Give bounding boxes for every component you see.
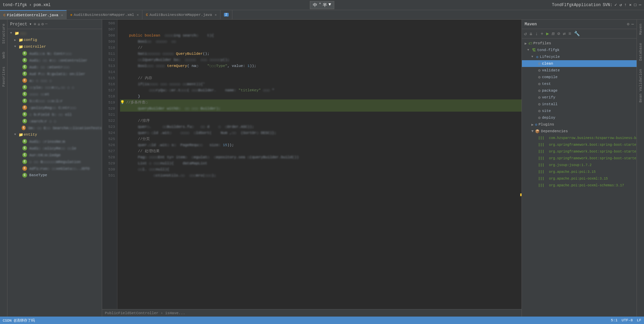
- code-513-pre: Bool◌◌◌ ◌◌◌◌: [120, 63, 167, 69]
- maven-run-btn[interactable]: ▶: [546, 31, 550, 37]
- tree-entity-4[interactable]: C ◌ ◌◌ B◌◌◌◌◌◌mRegulation: [7, 158, 102, 165]
- line-num-511: 511: [102, 51, 115, 57]
- tree-entity-3[interactable]: C Aur◌tK◌o◌ledge: [7, 152, 102, 158]
- settings-icon[interactable]: ⚙: [41, 22, 44, 27]
- tab-close-2[interactable]: ✕: [137, 13, 139, 17]
- code-line-511: Nati◌◌◌◌◌◌ ◌◌◌◌◌ QueryBuilder ();: [120, 51, 522, 57]
- entity-class-3: Aur◌tK◌o◌ledge: [29, 153, 61, 157]
- maven-project-item[interactable]: ▼ 🏗 tond-flfgk: [522, 47, 637, 53]
- maven-wrench-btn[interactable]: 🔧: [573, 31, 580, 37]
- line-num-525: 525: [102, 136, 115, 142]
- tree-class-4[interactable]: C Aud P◌◌ R◌gulati◌ on◌ller: [7, 70, 102, 77]
- maven-package[interactable]: ⚙ package: [522, 87, 637, 94]
- minimize-icon[interactable]: —: [45, 22, 47, 27]
- class-icon-3: C: [22, 65, 27, 69]
- tree-class-7[interactable]: C ◌◌◌◌ ◌◌et: [7, 91, 102, 97]
- tab-close-1[interactable]: ✕: [61, 13, 63, 17]
- code-line-526: quer.◌ld .wit◌ s◌ PageRequ◌◌ size: 15 ))…: [120, 142, 522, 148]
- tree-controller-label: controller: [24, 45, 46, 49]
- maven-dep-3[interactable]: ||| org.springframework.boot:spring-boot…: [522, 148, 637, 155]
- tab-number[interactable]: 2: [221, 10, 232, 19]
- tree-class-10[interactable]: C ◌ b◌Field S◌ ◌◌ oll: [7, 111, 102, 118]
- maven-settings-icon[interactable]: ⚙: [627, 22, 629, 27]
- maven-dep-7[interactable]: ||| org.apache.poi:poi-ooxml:3.15: [522, 175, 637, 182]
- code-513-p1: ( na◌: [187, 63, 207, 69]
- maven-deps-header[interactable]: ▼ 📦 Dependencies: [522, 128, 637, 135]
- dep5-label: org.jsoup:jsoup:1.7.2: [549, 163, 592, 167]
- maven-m-btn[interactable]: m: [551, 31, 555, 37]
- tree-config[interactable]: ▶ 📁 config: [7, 37, 102, 43]
- tree-parent-folder[interactable]: ▼ 📁 ◌◌◌: [7, 30, 102, 37]
- web-tab[interactable]: Web: [1, 49, 6, 61]
- arrow-spacer-4: [18, 72, 22, 75]
- arrow-spacer-11: [18, 119, 22, 123]
- deploy-gear-icon: ⚙: [538, 115, 540, 120]
- tab-audit-mapper-xml[interactable]: ◈ AuditBusinessNormMapper.xml ✕: [67, 10, 142, 19]
- database-side-tab[interactable]: Database: [638, 40, 643, 64]
- tab-fieldset-controller[interactable]: C FieldSetController.java ✕: [0, 10, 67, 19]
- entity-class-icon-5: C: [22, 166, 27, 171]
- tree-entity-5[interactable]: C Adfi◌ruo◌ ◌◌xeGlatu◌◌..JDTO: [7, 165, 102, 172]
- tab-audit-mapper-java[interactable]: C AuditBusinessNormMapper.java ✕: [142, 10, 220, 19]
- maven-profiles-header[interactable]: ▶ 🏷 Profiles: [522, 40, 637, 47]
- maven-dep-6[interactable]: ||| org.apache.poi:poi:3.15: [522, 168, 637, 175]
- maven-add-btn[interactable]: +: [540, 31, 544, 37]
- tree-entity-1[interactable]: C Audi◌ ◌rinssNe◌m: [7, 138, 102, 145]
- tree-controller[interactable]: ▼ 📁 controller: [7, 43, 102, 50]
- tree-entity-6[interactable]: C BaseType: [7, 172, 102, 179]
- tree-class-1[interactable]: C Audi◌◌s N◌ Contr◌◌◌: [7, 50, 102, 57]
- maven-dep-8[interactable]: ||| org.apache.poi:poi-ooxml-schemas:3.1…: [522, 182, 637, 189]
- maven-dep-1[interactable]: ||| com.hzsparrow.business:hzsparrow-bus…: [522, 135, 637, 141]
- tree-class-6[interactable]: C ◌◌ylo◌ ◌◌◌e◌◌,◌◌ ◌ ◌: [7, 84, 102, 91]
- maven-dep-2[interactable]: ||| org.springframework.boot:spring-boot…: [522, 141, 637, 148]
- maven-validate[interactable]: ⚙ validate: [522, 67, 637, 74]
- tree-class-9[interactable]: C ◌policyReg◌◌ C◌ntr◌◌◌: [7, 104, 102, 111]
- project-arrow: ▼: [527, 48, 531, 52]
- maven-collapse-btn[interactable]: ⇊: [529, 31, 533, 37]
- maven-plugins-header[interactable]: ▶ ⚙ Plugins: [522, 121, 637, 128]
- code-line-515: // 内存: [120, 75, 522, 81]
- maven-site[interactable]: ⚙ site: [522, 108, 637, 114]
- maven-lifecycle-header[interactable]: ▼ ⚙ Lifecycle: [522, 53, 637, 60]
- maven-compile[interactable]: ⚙ compile: [522, 74, 637, 80]
- maven-dep-5[interactable]: ||| org.jsoup:jsoup:1.7.2: [522, 162, 637, 168]
- maven-align-btn[interactable]: ≡: [568, 31, 572, 37]
- structure-tab[interactable]: Structure: [1, 21, 6, 46]
- tree-class-8[interactable]: C S◌◌C◌◌◌ ◌◌o◌l◌r: [7, 97, 102, 104]
- maven-clean[interactable]: ⚙ clean: [522, 60, 637, 67]
- maven-side-tab[interactable]: Maven: [638, 21, 643, 38]
- class-icon-10: C: [22, 112, 27, 117]
- class-icon-2: C: [22, 58, 27, 63]
- class-icon-1: C: [22, 51, 27, 56]
- code-517-str: "titleKey": [238, 87, 261, 93]
- maven-verify[interactable]: ⚙ verify: [522, 94, 637, 101]
- line-num-506: 506: [102, 20, 115, 26]
- maven-test[interactable]: ⚙ test: [522, 80, 637, 87]
- code-content[interactable]: public boolean ◌◌◌◌ing search◌ t){ Bool◌…: [117, 20, 522, 309]
- ime-box[interactable]: 中 ° 半 ▼: [310, 1, 334, 9]
- tree-class-5[interactable]: C a◌ ◌ ◌◌◌ ◌: [7, 77, 102, 84]
- tab-close-3[interactable]: ✕: [215, 13, 217, 17]
- target-icon[interactable]: ⊕: [34, 22, 36, 27]
- tree-class-11[interactable]: C ◌earch◌r ◌ ◌: [7, 118, 102, 124]
- line-num-524: 524: [102, 130, 115, 136]
- tree-class-3[interactable]: C Aud◌ ◌◌ ◌eContr◌◌◌: [7, 64, 102, 70]
- collapse-icon[interactable]: ⇊: [38, 22, 40, 27]
- maven-refresh-btn[interactable]: ↺: [523, 31, 527, 37]
- bean-validation-side-tab[interactable]: Bean Validation: [638, 66, 643, 105]
- tree-entity-2[interactable]: C Audi◌ ◌olicyRe◌◌ ◌◌le: [7, 145, 102, 152]
- maven-deploy[interactable]: ⚙ deploy: [522, 114, 637, 121]
- class-icon-9: C: [22, 105, 27, 110]
- maven-minimize-icon[interactable]: —: [631, 22, 634, 27]
- favorites-tab[interactable]: Favorites: [1, 64, 6, 89]
- maven-skip-btn[interactable]: ⊘: [557, 31, 561, 37]
- maven-dep-4[interactable]: ||| org.springframework.boot:spring-boot…: [522, 155, 637, 162]
- tree-class-label-4: Aud P◌◌ R◌gulati◌ on◌ller: [29, 72, 85, 76]
- maven-toggle-btn[interactable]: ⇄: [562, 31, 566, 37]
- tree-entity[interactable]: ▼ 📁 entity: [7, 131, 102, 138]
- tree-class-2[interactable]: C Audi◌ ◌◌ e◌◌ ◌onController: [7, 57, 102, 64]
- tree-class-12[interactable]: C Sm◌ ◌◌ E◌◌ SearchA◌◌licationTests: [7, 124, 102, 131]
- maven-tree: ▶ 🏷 Profiles ▼ 🏗 tond-flfgk ▼ ⚙ Lifecycl…: [522, 39, 637, 317]
- maven-download-btn[interactable]: ↓: [534, 31, 538, 37]
- maven-install[interactable]: ⚙ install: [522, 101, 637, 108]
